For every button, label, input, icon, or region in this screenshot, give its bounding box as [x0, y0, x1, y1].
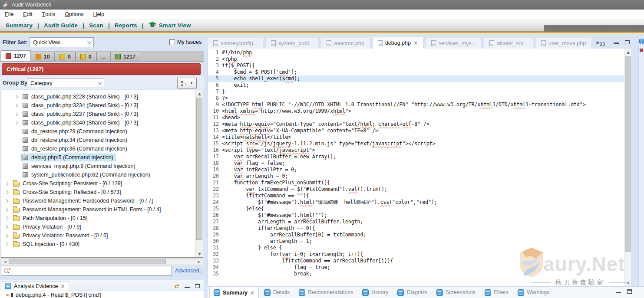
scrollbar-thumb[interactable] [9, 259, 166, 264]
tree-item[interactable]: system_publicnotice.php:62 (Command Inje… [1, 170, 203, 179]
advanced-search-link[interactable]: Advanced... [175, 268, 204, 274]
scroll-right-icon[interactable] [195, 259, 203, 265]
search-box[interactable] [1, 266, 172, 276]
evidence-entry[interactable]: debug.php:4 - Read $_POST['cmd'] [0, 291, 204, 298]
scroll-down-icon[interactable] [624, 279, 632, 286]
tree-item[interactable]: SQL Injection - [0 / 430] [1, 240, 203, 249]
tab-recommendations[interactable]: Recommendations [295, 287, 357, 298]
scrollbar-thumb[interactable] [196, 98, 202, 240]
expand-chevron-icon[interactable] [14, 121, 18, 125]
editor-tab-debug-php[interactable]: debug.php [372, 37, 423, 49]
maximize-icon[interactable] [195, 284, 200, 288]
close-icon[interactable] [413, 40, 418, 46]
line-number: 3 [208, 62, 222, 69]
scroll-up-icon[interactable] [196, 90, 203, 97]
expand-chevron-icon[interactable] [4, 233, 9, 238]
my-issues-control[interactable]: My Issues [169, 39, 201, 45]
severity-tab-10[interactable]: 10 [31, 52, 55, 61]
minimize-icon[interactable] [185, 287, 190, 288]
tab-summary[interactable]: Summary [209, 287, 259, 298]
menu-options[interactable]: Options [60, 10, 88, 19]
tab-diagram[interactable]: Diagram [393, 287, 431, 298]
minimize-icon[interactable] [616, 292, 621, 293]
tree-item[interactable]: Path Manipulation - [0 / 15] [1, 214, 203, 223]
editor-tab-user-move-php[interactable]: user_move.php [535, 37, 591, 49]
severity-tab-[interactable]: ... [96, 52, 110, 61]
expand-chevron-icon[interactable] [14, 103, 18, 108]
tab-details[interactable]: Details [260, 287, 294, 298]
editor-tab-services-mys[interactable]: services_mys... [426, 37, 482, 49]
toolbar-audit-guide[interactable]: Audit Guide [44, 22, 78, 29]
expand-chevron-icon[interactable] [4, 207, 9, 212]
tree-item[interactable]: class_public.php:3234 (Shared Sink) - [0… [1, 101, 203, 110]
scrollbar-thumb[interactable] [625, 56, 631, 252]
editor-tab-system-publ[interactable]: system_publ... [265, 37, 319, 49]
tree-item[interactable]: Privacy Violation: Password - [0 / 5] [1, 231, 203, 240]
minimize-icon[interactable] [614, 43, 619, 44]
tree-item[interactable]: Password Management: Password in HTML Fo… [1, 205, 203, 214]
tab-warnings[interactable]: Warnings [514, 287, 553, 298]
expand-chevron-icon[interactable] [14, 112, 18, 116]
maximize-icon[interactable] [625, 40, 630, 44]
toolbar-smart-view[interactable]: Smart View [149, 22, 191, 29]
expand-chevron-icon[interactable] [4, 190, 9, 194]
severity-tab-1207[interactable]: 1207 [1, 50, 31, 61]
sort-button[interactable] [177, 78, 197, 88]
expand-chevron-icon[interactable] [14, 95, 18, 99]
editor-vertical-scrollbar[interactable] [624, 49, 631, 286]
analysis-evidence-tab[interactable]: Analysis Evidence [1, 281, 69, 291]
menu-edit[interactable]: Edit [18, 10, 37, 19]
tree-item[interactable]: Cross-Site Scripting: Reflected - [0 / 5… [1, 188, 203, 196]
editor-tab-aaacron-php[interactable]: aaacron.php [321, 37, 370, 49]
search-input[interactable] [10, 267, 172, 275]
collapsed-view-strip[interactable] [638, 37, 644, 286]
close-icon[interactable] [60, 283, 65, 289]
tab-history[interactable]: History [358, 287, 392, 298]
severity-tab-0[interactable]: 0 [55, 52, 76, 61]
tree-item[interactable]: db_restore.php:34 (Command Injection) [1, 136, 203, 144]
critical-group-banner[interactable]: Critical (1207) [2, 63, 201, 75]
tree-horizontal-scrollbar[interactable] [1, 258, 203, 265]
expand-chevron-icon[interactable] [4, 199, 9, 203]
expand-chevron-icon[interactable] [4, 225, 9, 229]
menu-tools[interactable]: Tools [37, 10, 60, 19]
toolbar-reports[interactable]: Reports [115, 22, 137, 29]
scroll-up-icon[interactable] [624, 49, 632, 56]
tree-item[interactable]: Privacy Violation - [0 / 9] [1, 223, 203, 231]
menu-help[interactable]: Help [88, 10, 109, 19]
tab-screenshots[interactable]: Screenshots [433, 287, 479, 298]
editor-tab-smsregconfig[interactable]: smsregconfig... [208, 37, 263, 49]
hidden-tabs-indicator[interactable]: 23 [596, 39, 605, 47]
tree-item[interactable]: debug.php:5 (Command Injection) [1, 153, 203, 162]
expand-chevron-icon[interactable] [4, 242, 9, 246]
my-issues-checkbox[interactable] [169, 39, 175, 45]
editor-tab-alcatel-not[interactable]: alcatel_not... [484, 37, 533, 49]
close-icon[interactable] [250, 290, 254, 296]
search-row: Advanced... [0, 266, 204, 277]
maximize-icon[interactable] [627, 289, 632, 294]
severity-tab-1217[interactable]: 1217 [110, 52, 140, 61]
tree-item[interactable]: Password Management: Hardcoded Password … [1, 196, 203, 205]
toolbar-scan[interactable]: Scan [89, 22, 103, 29]
scroll-down-icon[interactable] [196, 250, 203, 257]
tree-vertical-scrollbar[interactable] [195, 90, 203, 257]
tree-item[interactable]: class_public.php:3228 (Shared Sink) - [0… [1, 92, 203, 101]
scroll-left-icon[interactable] [1, 259, 9, 265]
view-icon [485, 289, 491, 296]
group-by-dropdown[interactable]: Category [27, 78, 104, 88]
swap-arrows-icon[interactable] [174, 282, 179, 289]
expand-chevron-icon[interactable] [4, 216, 9, 220]
tree-item[interactable]: db_restore.php:28 (Command Injection) [1, 127, 203, 136]
tree-item[interactable]: Cross-Site Scripting: Persistent - [0 / … [1, 179, 203, 188]
filter-set-dropdown[interactable]: Quick View [30, 37, 94, 47]
tree-item[interactable]: services_mysql.php:9 (Command Injection) [1, 162, 203, 170]
tree-item[interactable]: db_restore.php:36 (Command Injection) [1, 144, 203, 153]
expand-chevron-icon[interactable] [4, 181, 9, 186]
toolbar-summary[interactable]: Summary [6, 22, 33, 29]
tree-item[interactable]: class_public.php:3237 (Shared Sink) - [0… [1, 110, 203, 118]
tab-filters[interactable]: Filters [481, 287, 512, 298]
tree-item[interactable]: class_public.php:3240 (Shared Sink) - [0… [1, 118, 203, 127]
menu-file[interactable]: File [0, 10, 18, 19]
view-icon[interactable] [639, 39, 644, 44]
severity-tab-0[interactable]: 0 [76, 52, 96, 61]
